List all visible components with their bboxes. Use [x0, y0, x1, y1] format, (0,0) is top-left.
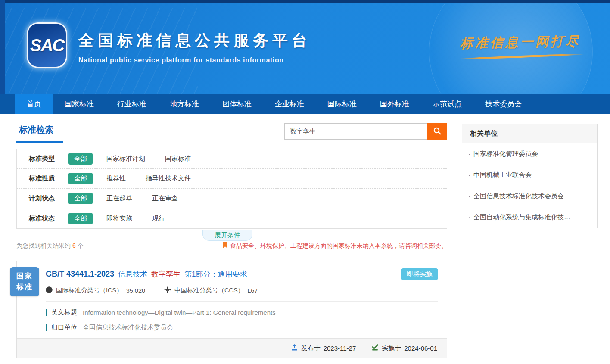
filter-option[interactable]: 国家标准计划	[106, 155, 145, 163]
filter-label: 计划状态	[29, 194, 68, 202]
nav-item-foreign-standards[interactable]: 国外标准	[368, 94, 421, 114]
type-badge-line2: 标准	[16, 282, 33, 293]
ccs-group: 中国标准分类号（CCS） L67	[164, 286, 258, 295]
standard-title-part1[interactable]: 信息技术	[118, 269, 147, 279]
standard-title-part2[interactable]: 第1部分：通用要求	[184, 269, 247, 279]
nav-item-home[interactable]: 首页	[15, 94, 53, 114]
filter-option[interactable]: 推荐性	[106, 174, 126, 183]
type-badge-line1: 国家	[16, 271, 33, 282]
sac-logo-text: SAC	[30, 36, 64, 55]
filter-option[interactable]: 正在审查	[152, 194, 178, 202]
page: SAC 全国标准信息公共服务平台 National public service…	[0, 0, 610, 364]
result-count-suffix: 个	[78, 242, 84, 249]
english-title-row: 英文标题 Information technology—Digital twin…	[46, 308, 438, 317]
magnifier-icon	[433, 127, 442, 137]
nav-item-group-standards[interactable]: 团体标准	[211, 94, 263, 114]
check-icon	[371, 344, 379, 352]
sidebar-item-label: 全国信息技术标准化技术委员会	[473, 192, 564, 199]
publish-date: 2023-11-27	[324, 345, 356, 352]
filter-option[interactable]: 现行	[152, 215, 165, 223]
ccs-label: 中国标准分类号（CCS）	[174, 286, 244, 295]
filter-label: 标准类型	[29, 155, 68, 163]
tab-standard-search[interactable]: 标准检索	[16, 122, 63, 143]
compass-icon	[164, 286, 171, 295]
system-notice: 食品安全、环境保护、工程建设方面的国家标准未纳入本系统，请咨询相关部委。	[222, 242, 447, 250]
sac-logo[interactable]: SAC	[27, 22, 67, 68]
bullet-dot: ·	[468, 150, 470, 157]
left-strip	[0, 0, 5, 94]
filter-options: 推荐性 指导性技术文件	[106, 174, 191, 183]
english-title-label: 英文标题	[51, 308, 77, 317]
notice-text: 食品安全、环境保护、工程建设方面的国家标准未纳入本系统，请咨询相关部委。	[230, 242, 447, 250]
search-input[interactable]	[284, 123, 427, 140]
upload-icon	[291, 344, 298, 352]
ics-group: 国际标准分类号（ICS） 35.020	[46, 286, 145, 295]
nav-item-enterprise-standards[interactable]: 企业标准	[263, 94, 316, 114]
filter-option[interactable]: 指导性技术文件	[146, 174, 191, 183]
slogan-block: 标准信息一网打尽	[456, 32, 585, 59]
site-title: 全国标准信息公共服务平台	[78, 30, 311, 51]
brand-block: 全国标准信息公共服务平台 National public service pla…	[78, 30, 311, 64]
accent-bar	[46, 324, 47, 331]
nav-item-international-standards[interactable]: 国际标准	[316, 94, 368, 114]
result-card: 国家 标准 GB/T 43441.1-2023 信息技术 数字孪生 第1部分：通…	[16, 261, 447, 358]
filter-label: 标准性质	[29, 174, 68, 183]
nav-item-local-standards[interactable]: 地方标准	[158, 94, 211, 114]
site-header: SAC 全国标准信息公共服务平台 National public service…	[0, 0, 610, 94]
related-units-title: 相关单位	[462, 124, 597, 143]
main-nav: 首页 国家标准 行业标准 地方标准 团体标准 企业标准 国际标准 国外标准 示范…	[0, 94, 610, 114]
filter-panel: 标准类型 全部 国家标准计划 国家标准 标准性质 全部 推荐性 指导性技术文件 …	[16, 149, 447, 229]
department-value: 全国信息技术标准化技术委员会	[83, 324, 173, 332]
ics-value: 35.020	[126, 287, 145, 294]
top-strip	[0, 0, 610, 3]
result-count-prefix: 为您找到相关结果约	[16, 242, 71, 249]
nav-item-pilot[interactable]: 示范试点	[421, 94, 473, 114]
search-button[interactable]	[427, 123, 447, 140]
filter-options: 即将实施 现行	[106, 215, 165, 223]
classification-row: 国际标准分类号（ICS） 35.020 中国标准分类号（CCS） L6	[46, 286, 438, 295]
bullet-dot: ·	[468, 192, 470, 199]
nav-item-industry-standards[interactable]: 行业标准	[106, 94, 158, 114]
sidebar-item-cmif[interactable]: ·中国机械工业联合会	[462, 165, 597, 186]
expand-conditions-button[interactable]: 展开条件	[202, 230, 252, 241]
accent-bar	[46, 309, 47, 316]
status-badge: 即将实施	[401, 268, 438, 280]
results-meta: 为您找到相关结果约6个 食品安全、环境保护、工程建设方面的国家标准未纳入本系统，…	[16, 242, 447, 250]
filter-row-nature: 标准性质 全部 推荐性 指导性技术文件	[17, 169, 447, 189]
result-count: 为您找到相关结果约6个	[16, 242, 84, 250]
implement-label: 实施于	[382, 344, 401, 352]
standard-title-keyword[interactable]: 数字孪生	[151, 269, 181, 279]
filter-row-type: 标准类型 全部 国家标准计划 国家标准	[17, 149, 447, 169]
ccs-value: L67	[247, 287, 258, 294]
sidebar-item-label: 中国机械工业联合会	[473, 171, 532, 178]
sidebar-item-it-committee[interactable]: ·全国信息技术标准化技术委员会	[462, 186, 597, 207]
card-footer: 发布于 2023-11-27 实施于 2024-06-01	[17, 338, 447, 358]
filter-all-button[interactable]: 全部	[68, 213, 93, 224]
standard-type-badge: 国家 标准	[10, 267, 39, 296]
bullet-dot: ·	[468, 171, 470, 178]
filter-row-standard-status: 标准状态 全部 即将实施 现行	[17, 208, 447, 228]
result-count-number: 6	[71, 242, 78, 249]
filter-all-button[interactable]: 全部	[68, 173, 93, 184]
nav-item-technical-committee[interactable]: 技术委员会	[473, 94, 533, 114]
filter-options: 国家标准计划 国家标准	[106, 155, 191, 163]
filter-label: 标准状态	[29, 215, 68, 223]
card-divider	[46, 301, 438, 302]
implement-date: 2024-06-01	[404, 345, 437, 352]
site-subtitle: National public service platform for sta…	[78, 56, 311, 64]
sidebar-item-samr[interactable]: ·国家标准化管理委员会	[462, 143, 597, 165]
filter-option[interactable]: 即将实施	[106, 215, 132, 223]
filter-option[interactable]: 国家标准	[165, 155, 191, 163]
filter-row-plan-status: 计划状态 全部 正在起草 正在审查	[17, 189, 447, 208]
standard-code-link[interactable]: GB/T 43441.1-2023	[46, 270, 114, 279]
filter-all-button[interactable]: 全部	[68, 153, 93, 165]
nav-item-national-standards[interactable]: 国家标准	[53, 94, 106, 114]
publish-date-item: 发布于 2023-11-27	[291, 344, 356, 352]
standard-title-row: GB/T 43441.1-2023 信息技术 数字孪生 第1部分：通用要求 即将…	[46, 268, 438, 280]
sidebar-item-automation-committee[interactable]: ·全国自动化系统与集成标准化技…	[462, 207, 597, 228]
english-title-value: Information technology—Digital twin—Part…	[83, 309, 276, 316]
department-label: 归口单位	[51, 324, 77, 332]
filter-option[interactable]: 正在起草	[106, 194, 132, 202]
filter-all-button[interactable]: 全部	[68, 193, 93, 204]
globe-icon	[46, 286, 53, 295]
